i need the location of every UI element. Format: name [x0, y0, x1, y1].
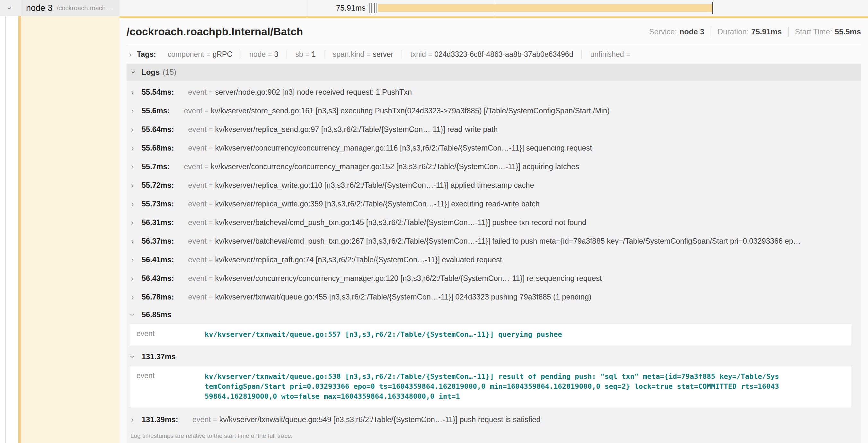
log-field: event: [136, 371, 205, 401]
collapse-span-button[interactable]: ›: [8, 0, 11, 16]
equals-separator: =: [209, 88, 213, 96]
equals-separator: =: [209, 181, 213, 189]
log-row-expanded-header[interactable]: › 56.85ms: [129, 306, 852, 323]
tag-value: server: [373, 50, 393, 59]
start-time-value: 55.5ms: [835, 27, 861, 36]
tags-accordion[interactable]: › Tags: component = gRPC node = 3 sb = 1: [127, 45, 861, 64]
span-name-tab[interactable]: node 3 /cockroach.roach…: [21, 0, 120, 16]
equals-separator: =: [209, 237, 213, 245]
span-metadata: Service: node 3 Duration: 75.91ms Start …: [649, 27, 861, 37]
log-row[interactable]: › 55.7ms: event = kv/kvserver/concurrenc…: [129, 157, 852, 176]
log-message: kv/kvserver/txnwait/queue.go:549 [n3,s3,…: [219, 415, 540, 424]
log-row[interactable]: › 56.37ms: event = kv/kvserver/batcheval…: [129, 232, 852, 250]
log-row[interactable]: › 56.78ms: event = kv/kvserver/txnwait/q…: [129, 287, 852, 306]
log-field: event: [184, 107, 203, 115]
left-gutter-divider: [5, 0, 6, 443]
tag-item: component = gRPC: [159, 50, 241, 59]
chevron-right-icon: ›: [131, 415, 139, 424]
chevron-right-icon: ›: [131, 218, 139, 227]
tag-item: node = 3: [241, 50, 286, 59]
log-row[interactable]: › 55.64ms: event = kv/kvserver/replica_s…: [129, 120, 852, 139]
span-title: /cockroach.roachpb.Internal/Batch: [127, 26, 303, 38]
equals-separator: =: [367, 51, 370, 59]
log-message: kv/kvserver/concurrency/concurrency_mana…: [215, 274, 602, 283]
log-row[interactable]: › 55.72ms: event = kv/kvserver/replica_w…: [129, 176, 852, 195]
chevron-right-icon: ›: [131, 293, 139, 302]
log-message: kv/kvserver/replica_write.go:110 [n3,s3,…: [215, 181, 534, 190]
tag-key: span.kind: [333, 50, 364, 59]
log-timestamp: 56.43ms:: [142, 274, 174, 283]
equals-separator: =: [209, 256, 213, 264]
log-field: event: [136, 329, 205, 339]
log-entry-expanded: › 131.37ms event kv/kvserver/txnwait/que…: [129, 348, 852, 407]
equals-separator: =: [428, 51, 432, 59]
log-message: kv/kvserver/txnwait/queue.go:455 [n3,s3,…: [215, 293, 591, 301]
equals-separator: =: [626, 51, 630, 59]
equals-separator: =: [209, 218, 213, 226]
tag-item: unfinished =: [582, 50, 641, 59]
log-message: kv/kvserver/batcheval/cmd_push_txn.go:14…: [215, 218, 586, 227]
chevron-right-icon: ›: [131, 143, 139, 153]
logs-footnote: Log timestamps are relative to the start…: [129, 429, 852, 443]
name-column-divider[interactable]: [307, 0, 307, 16]
log-detail-panel: event kv/kvserver/txnwait/queue.go:538 […: [130, 366, 851, 407]
meta-divider: [788, 27, 789, 37]
span-duration-bar[interactable]: [378, 4, 712, 12]
tag-item: txnid = 024d3323-6c8f-4863-aa8b-37ab0e63…: [402, 50, 582, 59]
log-row[interactable]: › 56.31ms: event = kv/kvserver/batcheval…: [129, 213, 852, 232]
log-timestamp: 55.6ms:: [142, 107, 170, 115]
tag-key: component: [168, 50, 204, 59]
log-row[interactable]: › 56.43ms: event = kv/kvserver/concurren…: [129, 269, 852, 287]
log-field: event: [188, 293, 207, 301]
chevron-down-icon: ›: [132, 68, 135, 77]
span-detail-header: /cockroach.roachpb.Internal/Batch Servic…: [127, 18, 861, 45]
log-row[interactable]: › 131.39ms: event = kv/kvserver/txnwait/…: [129, 410, 852, 429]
chevron-right-icon: ›: [131, 125, 139, 134]
log-row[interactable]: › 55.73ms: event = kv/kvserver/replica_w…: [129, 195, 852, 213]
span-timeline-row: › node 3 /cockroach.roach… 75.91ms: [0, 0, 868, 16]
log-field: event: [184, 163, 203, 171]
log-timestamp: 131.39ms:: [142, 415, 178, 424]
service-label: Service:: [649, 27, 677, 36]
logs-accordion-header[interactable]: › Logs (15): [127, 64, 861, 81]
tag-value: 1: [312, 50, 316, 59]
log-message: server/node.go:902 [n3] node received re…: [215, 88, 412, 97]
log-row[interactable]: › 56.41ms: event = kv/kvserver/replica_r…: [129, 250, 852, 269]
log-row[interactable]: › 55.6ms: event = kv/kvserver/store_send…: [129, 101, 852, 120]
log-message: kv/kvserver/store_send.go:161 [n3,s3] ex…: [211, 107, 610, 115]
log-row-expanded-header[interactable]: › 131.37ms: [129, 348, 852, 365]
tag-key: sb: [295, 50, 303, 59]
equals-separator: =: [306, 51, 309, 59]
chevron-right-icon: ›: [131, 181, 139, 190]
log-field: event: [188, 237, 207, 246]
log-row[interactable]: › 55.68ms: event = kv/kvserver/concurren…: [129, 139, 852, 157]
chevron-right-icon: ›: [131, 199, 139, 209]
logs-title: Logs: [141, 68, 160, 77]
equals-separator: =: [268, 51, 272, 59]
log-message: kv/kvserver/batcheval/cmd_push_txn.go:26…: [215, 237, 801, 246]
log-row[interactable]: › 55.54ms: event = server/node.go:902 [n…: [129, 83, 852, 101]
log-timestamp: 55.73ms:: [142, 200, 174, 208]
chevron-right-icon: ›: [131, 255, 139, 265]
log-entry-expanded: › 56.85ms event kv/kvserver/txnwait/queu…: [129, 306, 852, 345]
log-timestamp: 55.68ms:: [142, 144, 174, 152]
log-field: event: [188, 274, 207, 283]
log-timestamp: 56.37ms:: [142, 237, 174, 246]
log-message: kv/kvserver/replica_raft.go:74 [n3,s3,r6…: [215, 255, 502, 264]
span-color-accent-bar: [18, 0, 21, 443]
log-field: event: [188, 125, 207, 134]
tag-value: 024d3323-6c8f-4863-aa8b-37ab0e63496d: [434, 50, 573, 59]
log-field: event: [188, 181, 207, 190]
log-timestamp: 55.54ms:: [142, 88, 174, 97]
log-message-detail: kv/kvserver/txnwait/queue.go:538 [n3,s3,…: [205, 371, 780, 401]
log-timestamp: 55.64ms:: [142, 125, 174, 134]
log-field: event: [192, 415, 211, 424]
chevron-right-icon: ›: [129, 50, 132, 59]
span-row-highlight-column: [21, 16, 120, 443]
log-timestamp: 55.7ms:: [142, 163, 170, 171]
tag-value: gRPC: [213, 50, 232, 59]
start-time-label: Start Time:: [795, 27, 832, 36]
tag-item: span.kind = server: [324, 50, 402, 59]
chevron-right-icon: ›: [131, 237, 139, 246]
equals-separator: =: [205, 163, 209, 170]
